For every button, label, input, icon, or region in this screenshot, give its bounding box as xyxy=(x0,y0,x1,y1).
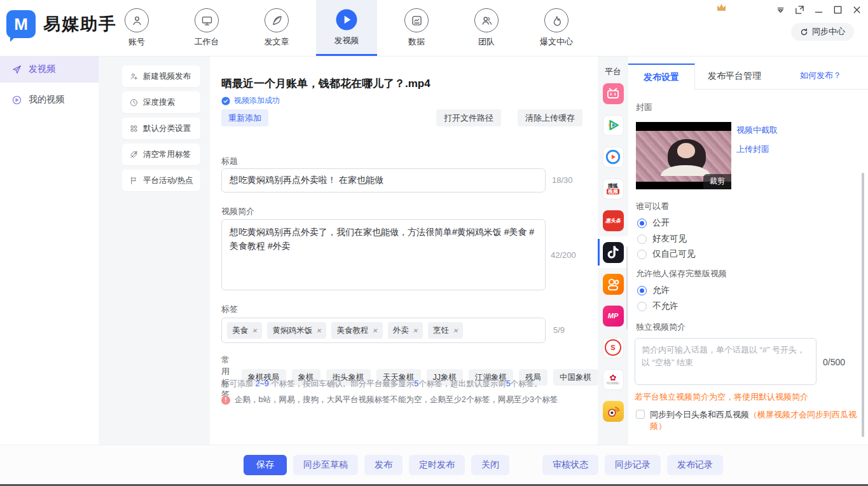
independent-desc-counter: 0/500 xyxy=(823,357,845,367)
platform-bilibili[interactable] xyxy=(598,78,628,109)
platform-douyin[interactable] xyxy=(598,236,628,268)
capture-from-video-link[interactable]: 视频中截取 xyxy=(736,125,778,136)
review-status-button[interactable]: 审核状态 xyxy=(542,455,598,475)
huitoutiao-icon: 惠头条 xyxy=(603,210,624,231)
publish-button[interactable]: 发布 xyxy=(364,455,403,475)
platform-huitoutiao[interactable]: 惠头条 xyxy=(598,205,628,236)
maximize-icon[interactable] xyxy=(833,5,843,15)
user-icon xyxy=(125,8,149,32)
publish-settings-panel: 发布设置 发布平台管理 如何发布？ 封面 裁剪 视频中截取 上传封面 谁可以看 … xyxy=(628,56,868,445)
nav-item-publish-article[interactable]: 发文章 xyxy=(246,0,307,56)
remove-tag-icon[interactable] xyxy=(252,326,257,335)
tab-publish-settings[interactable]: 发布设置 xyxy=(628,64,695,90)
write-article-icon xyxy=(265,8,289,32)
radio-selected-icon xyxy=(637,286,647,295)
activity-flag-icon xyxy=(129,176,139,186)
desc-textarea[interactable]: 想吃黄焖鸡别再点外卖了，我们在家也能做，方法很简单#黄焖鸡米饭 #美食 #美食教… xyxy=(221,219,546,290)
independent-desc-label: 独立视频简介 xyxy=(636,321,685,333)
save-button[interactable]: 保存 xyxy=(244,455,287,475)
clear-tags-icon xyxy=(129,150,139,159)
sogou-icon: S xyxy=(603,337,624,358)
sidebar: 发视频 我的视频 xyxy=(0,56,99,445)
new-video-publish-button[interactable]: 新建视频发布 xyxy=(122,65,200,87)
platform-activity-button[interactable]: 平台活动/热点 xyxy=(122,170,200,191)
nav-item-publish-video[interactable]: 发视频 xyxy=(316,0,377,56)
tag-chip[interactable]: 烹饪 xyxy=(428,322,463,339)
sync-draft-button[interactable]: 同步至草稿 xyxy=(293,455,358,475)
rail-scrollbar[interactable] xyxy=(626,246,628,329)
remove-tag-icon[interactable] xyxy=(453,326,458,335)
visibility-option-private[interactable]: 仅自己可见 xyxy=(637,248,696,260)
common-tags-row: 常用标签 象棋残局 象棋 街头象棋 天天象棋 JJ象棋 江湖象棋 残局 中国象棋 xyxy=(221,354,598,400)
allow-save-option-deny[interactable]: 不允许 xyxy=(637,300,679,312)
close-icon[interactable] xyxy=(852,5,862,15)
schedule-publish-button[interactable]: 定时发布 xyxy=(409,455,465,475)
tab-platform-management[interactable]: 发布平台管理 xyxy=(695,64,774,89)
kuaishou-icon xyxy=(603,274,624,295)
platform-kuaishou[interactable] xyxy=(598,268,628,300)
cover-label: 封面 xyxy=(636,102,652,113)
clear-common-tags-button[interactable]: 清空常用标签 xyxy=(122,144,200,165)
nav-item-account[interactable]: 账号 xyxy=(106,0,167,56)
tag-chip[interactable]: 黄焖鸡米饭 xyxy=(267,322,326,339)
readd-video-button[interactable]: 重新添加 xyxy=(221,109,268,126)
sidebar-item-my-videos[interactable]: 我的视频 xyxy=(0,86,99,113)
sync-toutiao-checkbox-row[interactable]: 同步到今日头条和西瓜视频（横屏视频才会同步到西瓜视频） xyxy=(636,409,862,432)
app-logo: M 易媒助手 xyxy=(6,10,117,38)
allow-save-option-allow[interactable]: 允许 xyxy=(637,285,670,296)
window-controls xyxy=(776,5,862,15)
desc-label: 视频简介 xyxy=(221,206,254,217)
tags-input[interactable]: 美食 黄焖鸡米饭 美食教程 外卖 烹饪 xyxy=(221,318,546,343)
sidebar-item-publish-video[interactable]: 发视频 xyxy=(0,56,99,83)
platform-partial[interactable] xyxy=(598,427,628,445)
crop-button[interactable]: 裁剪 xyxy=(703,174,731,189)
minimize-icon[interactable] xyxy=(814,5,823,15)
tag-chip[interactable]: 美食教程 xyxy=(331,322,382,339)
sync-center-button[interactable]: 同步中心 xyxy=(791,23,854,41)
clear-upload-cache-button[interactable]: 清除上传缓存 xyxy=(518,109,582,126)
platform-youku[interactable] xyxy=(598,141,628,173)
douyin-icon xyxy=(603,242,624,263)
nav-item-data[interactable]: 数据 xyxy=(386,0,447,56)
sync-records-button[interactable]: 同步记录 xyxy=(605,455,661,475)
tags-warning: ! 企鹅，b站，网易，搜狗，大风平台视频标签不能为空，企鹅至少2个标签，网易至少… xyxy=(221,395,558,405)
upload-cover-link[interactable]: 上传封面 xyxy=(736,144,769,155)
open-file-path-button[interactable]: 打开文件路径 xyxy=(436,109,501,126)
main-nav: 账号 工作台 发文章 发视频 数据 团队 xyxy=(106,0,596,56)
remove-tag-icon[interactable] xyxy=(316,326,321,335)
tags-label: 标签 xyxy=(221,304,238,315)
tray-icon[interactable] xyxy=(717,4,726,11)
publish-records-button[interactable]: 发布记录 xyxy=(667,455,723,475)
remove-tag-icon[interactable] xyxy=(372,326,377,335)
remove-tag-icon[interactable] xyxy=(413,326,418,335)
close-button[interactable]: 关闭 xyxy=(471,455,509,475)
platform-sogou[interactable]: S xyxy=(598,332,628,363)
independent-desc-textarea[interactable] xyxy=(635,338,816,385)
how-to-publish-link[interactable]: 如何发布？ xyxy=(800,70,841,81)
visibility-option-friends[interactable]: 好友可见 xyxy=(637,233,687,245)
default-category-settings-button[interactable]: 默认分类设置 xyxy=(122,118,200,139)
nav-item-workbench[interactable]: 工作台 xyxy=(176,0,237,56)
platform-mp[interactable]: MP xyxy=(598,300,628,332)
visibility-option-public[interactable]: 公开 xyxy=(637,217,670,229)
tag-chip[interactable]: 外卖 xyxy=(388,322,423,339)
sohu-video-icon: 搜狐 视频 xyxy=(603,179,624,199)
platform-huawei[interactable]: ✿ HUAWEI xyxy=(598,363,628,395)
platform-weibo[interactable] xyxy=(598,395,628,427)
checkbox-icon[interactable] xyxy=(636,410,645,419)
mp-icon: MP xyxy=(603,306,624,327)
platform-sohu-video[interactable]: 搜狐 视频 xyxy=(598,173,628,205)
cover-thumbnail[interactable]: 裁剪 xyxy=(636,122,731,189)
platform-tencent-video[interactable] xyxy=(598,109,628,141)
deep-search-button[interactable]: 深度搜索 xyxy=(122,91,200,113)
common-tag[interactable]: 中国象棋 xyxy=(553,369,598,386)
youku-icon xyxy=(603,147,624,168)
capture-icon[interactable] xyxy=(795,5,804,15)
nav-item-hot-center[interactable]: 爆文中心 xyxy=(526,0,587,56)
nav-item-team[interactable]: 团队 xyxy=(456,0,517,56)
dropdown-icon[interactable] xyxy=(776,5,785,15)
tags-counter: 5/9 xyxy=(553,325,565,335)
title-input[interactable] xyxy=(221,168,546,192)
tag-chip[interactable]: 美食 xyxy=(227,322,262,339)
settings-scrollbar[interactable] xyxy=(862,173,864,437)
